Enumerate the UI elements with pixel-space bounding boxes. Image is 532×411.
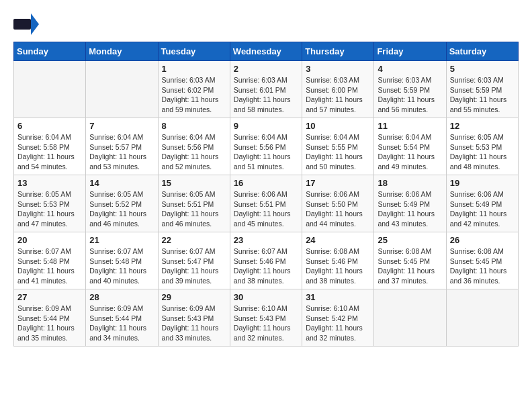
day-number: 27 [17,292,82,302]
day-info: Sunrise: 6:06 AMSunset: 5:49 PMDaylight:… [450,189,515,229]
day-info: Sunrise: 6:08 AMSunset: 5:46 PMDaylight:… [306,246,370,286]
calendar-table: SundayMondayTuesdayWednesdayThursdayFrid… [13,42,519,347]
day-info: Sunrise: 6:03 AMSunset: 5:59 PMDaylight:… [450,75,515,115]
svg-rect-0 [13,19,31,30]
col-header-monday: Monday [86,42,158,61]
day-number: 14 [89,178,154,188]
day-number: 5 [450,64,515,74]
calendar-cell: 30Sunrise: 6:10 AMSunset: 5:43 PMDayligh… [230,289,302,347]
day-info: Sunrise: 6:05 AMSunset: 5:53 PMDaylight:… [17,189,82,229]
day-info: Sunrise: 6:08 AMSunset: 5:45 PMDaylight:… [450,246,515,286]
calendar-cell: 6Sunrise: 6:04 AMSunset: 5:58 PMDaylight… [14,118,86,175]
calendar-cell: 24Sunrise: 6:08 AMSunset: 5:46 PMDayligh… [302,232,374,289]
day-number: 28 [89,292,154,302]
day-number: 4 [378,64,442,74]
calendar-cell: 7Sunrise: 6:04 AMSunset: 5:57 PMDaylight… [86,118,158,175]
day-number: 13 [17,178,82,188]
day-number: 1 [162,64,226,74]
calendar-cell: 31Sunrise: 6:10 AMSunset: 5:42 PMDayligh… [302,289,374,347]
day-info: Sunrise: 6:04 AMSunset: 5:57 PMDaylight:… [89,132,154,172]
calendar-cell: 19Sunrise: 6:06 AMSunset: 5:49 PMDayligh… [446,175,518,232]
calendar-cell [446,289,518,347]
calendar-cell [86,61,158,118]
day-info: Sunrise: 6:03 AMSunset: 6:02 PMDaylight:… [162,75,226,115]
calendar-cell: 17Sunrise: 6:06 AMSunset: 5:50 PMDayligh… [302,175,374,232]
day-info: Sunrise: 6:07 AMSunset: 5:47 PMDaylight:… [162,246,226,286]
calendar-cell: 9Sunrise: 6:04 AMSunset: 5:56 PMDaylight… [230,118,302,175]
calendar-cell: 20Sunrise: 6:07 AMSunset: 5:48 PMDayligh… [14,232,86,289]
day-number: 18 [378,178,442,188]
day-info: Sunrise: 6:04 AMSunset: 5:55 PMDaylight:… [306,132,370,172]
calendar-cell: 13Sunrise: 6:05 AMSunset: 5:53 PMDayligh… [14,175,86,232]
calendar-cell: 8Sunrise: 6:04 AMSunset: 5:56 PMDaylight… [158,118,230,175]
day-info: Sunrise: 6:05 AMSunset: 5:52 PMDaylight:… [89,189,154,229]
day-info: Sunrise: 6:10 AMSunset: 5:43 PMDaylight:… [234,304,298,343]
calendar-cell: 10Sunrise: 6:04 AMSunset: 5:55 PMDayligh… [302,118,374,175]
logo [13,13,42,35]
calendar-cell [374,289,446,347]
day-number: 7 [89,121,154,131]
day-number: 29 [162,292,226,302]
day-number: 26 [450,235,515,245]
day-number: 16 [234,178,298,188]
day-info: Sunrise: 6:05 AMSunset: 5:53 PMDaylight:… [450,132,515,172]
day-info: Sunrise: 6:04 AMSunset: 5:54 PMDaylight:… [378,132,442,172]
day-number: 23 [234,235,298,245]
day-number: 22 [162,235,226,245]
calendar-cell: 1Sunrise: 6:03 AMSunset: 6:02 PMDaylight… [158,61,230,118]
day-info: Sunrise: 6:03 AMSunset: 5:59 PMDaylight:… [378,75,442,115]
day-info: Sunrise: 6:03 AMSunset: 6:01 PMDaylight:… [234,75,298,115]
day-info: Sunrise: 6:04 AMSunset: 5:58 PMDaylight:… [17,132,82,172]
day-info: Sunrise: 6:07 AMSunset: 5:48 PMDaylight:… [89,246,154,286]
calendar-cell: 15Sunrise: 6:05 AMSunset: 5:51 PMDayligh… [158,175,230,232]
day-number: 25 [378,235,442,245]
day-number: 30 [234,292,298,302]
day-number: 20 [17,235,82,245]
calendar-cell: 16Sunrise: 6:06 AMSunset: 5:51 PMDayligh… [230,175,302,232]
calendar-cell: 22Sunrise: 6:07 AMSunset: 5:47 PMDayligh… [158,232,230,289]
day-info: Sunrise: 6:06 AMSunset: 5:51 PMDaylight:… [234,189,298,229]
calendar-cell: 18Sunrise: 6:06 AMSunset: 5:49 PMDayligh… [374,175,446,232]
calendar-cell: 23Sunrise: 6:07 AMSunset: 5:46 PMDayligh… [230,232,302,289]
calendar-cell: 11Sunrise: 6:04 AMSunset: 5:54 PMDayligh… [374,118,446,175]
day-info: Sunrise: 6:06 AMSunset: 5:49 PMDaylight:… [378,189,442,229]
day-number: 31 [306,292,370,302]
day-number: 8 [162,121,226,131]
calendar-cell: 26Sunrise: 6:08 AMSunset: 5:45 PMDayligh… [446,232,518,289]
day-number: 6 [17,121,82,131]
week-row-4: 20Sunrise: 6:07 AMSunset: 5:48 PMDayligh… [14,232,519,289]
day-number: 15 [162,178,226,188]
day-number: 19 [450,178,515,188]
day-number: 10 [306,121,370,131]
calendar-cell: 2Sunrise: 6:03 AMSunset: 6:01 PMDaylight… [230,61,302,118]
day-number: 2 [234,64,298,74]
col-header-friday: Friday [374,42,446,61]
calendar-header-row: SundayMondayTuesdayWednesdayThursdayFrid… [14,42,519,61]
day-info: Sunrise: 6:10 AMSunset: 5:42 PMDaylight:… [306,304,370,343]
calendar-cell: 21Sunrise: 6:07 AMSunset: 5:48 PMDayligh… [86,232,158,289]
col-header-wednesday: Wednesday [230,42,302,61]
calendar-cell [14,61,86,118]
calendar-cell: 27Sunrise: 6:09 AMSunset: 5:44 PMDayligh… [14,289,86,347]
svg-marker-1 [31,13,39,35]
day-number: 9 [234,121,298,131]
week-row-1: 1Sunrise: 6:03 AMSunset: 6:02 PMDaylight… [14,61,519,118]
week-row-3: 13Sunrise: 6:05 AMSunset: 5:53 PMDayligh… [14,175,519,232]
col-header-tuesday: Tuesday [158,42,230,61]
calendar-cell: 4Sunrise: 6:03 AMSunset: 5:59 PMDaylight… [374,61,446,118]
day-info: Sunrise: 6:09 AMSunset: 5:44 PMDaylight:… [17,304,82,343]
day-info: Sunrise: 6:03 AMSunset: 6:00 PMDaylight:… [306,75,370,115]
day-info: Sunrise: 6:04 AMSunset: 5:56 PMDaylight:… [234,132,298,172]
day-number: 21 [89,235,154,245]
day-number: 24 [306,235,370,245]
calendar-cell: 29Sunrise: 6:09 AMSunset: 5:43 PMDayligh… [158,289,230,347]
col-header-sunday: Sunday [14,42,86,61]
day-info: Sunrise: 6:07 AMSunset: 5:46 PMDaylight:… [234,246,298,286]
calendar-cell: 14Sunrise: 6:05 AMSunset: 5:52 PMDayligh… [86,175,158,232]
day-info: Sunrise: 6:06 AMSunset: 5:50 PMDaylight:… [306,189,370,229]
col-header-saturday: Saturday [446,42,518,61]
day-number: 17 [306,178,370,188]
day-number: 11 [378,121,442,131]
calendar-cell: 5Sunrise: 6:03 AMSunset: 5:59 PMDaylight… [446,61,518,118]
day-number: 3 [306,64,370,74]
